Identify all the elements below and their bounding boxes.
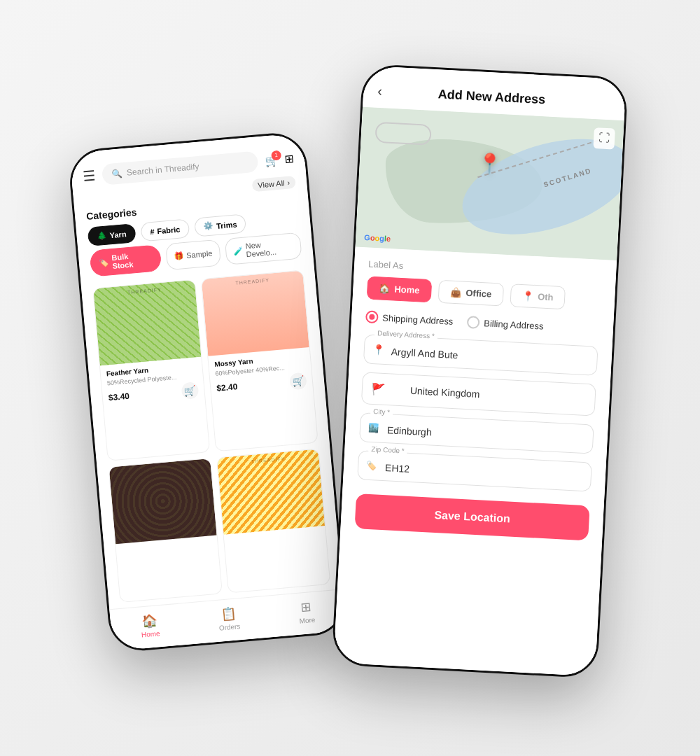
pill-fabric[interactable]: # Fabric [140, 218, 190, 241]
shipping-address-option[interactable]: Shipping Address [365, 310, 454, 328]
pill-new-develo[interactable]: 🧪 New Develo... [225, 232, 302, 265]
home-nav-icon: 🏠 [141, 612, 158, 629]
zip-icon: 🏷️ [366, 461, 377, 471]
label-home-button[interactable]: 🏠 Home [367, 276, 433, 302]
fabric-label: Fabric [157, 225, 181, 235]
home-label-icon: 🏠 [379, 283, 391, 294]
delivery-address-wrapper: Delivery Address * 📍 [363, 334, 598, 375]
chevron-right-icon: › [287, 178, 290, 187]
fabric-icon: # [150, 227, 155, 235]
newdevelo-label: New Develo... [245, 238, 294, 259]
label-buttons: 🏠 Home 👜 Office 📍 Oth [367, 276, 601, 311]
pill-trims[interactable]: ⚙️ Trims [194, 214, 246, 237]
trims-icon: ⚙️ [204, 221, 214, 231]
product-info-2: Mossy Yarn 60%Polyester 40%Rec... $2.40 … [208, 347, 313, 401]
orders-nav-label: Orders [218, 622, 240, 632]
pill-yarn[interactable]: 🌲 Yarn [88, 223, 136, 246]
shipping-label: Shipping Address [382, 312, 454, 326]
flag-icon: 🚩 [371, 382, 386, 396]
orders-nav-icon: 📋 [220, 606, 237, 623]
product-image-3 [109, 458, 217, 544]
product-price-2: $2.40 [216, 382, 238, 393]
bulk-label: Bulk Stock [111, 250, 152, 270]
expand-map-button[interactable]: ⛶ [593, 127, 615, 150]
view-all-label: View All [258, 178, 285, 189]
product-card-3[interactable] [108, 458, 223, 603]
zip-wrapper: Zip Code * 🏷️ [357, 450, 592, 491]
trims-label: Trims [216, 220, 237, 230]
yarn-icon: 🌲 [97, 231, 107, 241]
google-logo: Google [364, 233, 391, 243]
office-label-text: Office [465, 288, 492, 300]
products-grid: THREADIFY Feather Yarn 50%Recycled Polye… [81, 263, 342, 609]
billing-label: Billing Address [484, 318, 544, 331]
cart-badge: 1 [271, 150, 281, 160]
more-nav-icon: ⊞ [300, 599, 312, 615]
left-phone: ☰ 🔍 Search in Threadify 🛒 1 ⊞ View All [67, 130, 348, 653]
product-info-1: Feather Yarn 50%Recycled Polyeste... $3.… [100, 357, 205, 411]
right-phone: ‹ Add New Address SCOTLAND 📍 ⛶ Google La… [331, 64, 628, 679]
country-field[interactable]: 🚩 United Kingdom [361, 372, 596, 416]
view-all-button[interactable]: View All › [252, 176, 296, 192]
product-image-4: THREADIFY [217, 449, 325, 534]
map-container[interactable]: SCOTLAND 📍 ⛶ Google [356, 107, 624, 260]
label-other-button[interactable]: 📍 Oth [510, 284, 566, 309]
pill-bulk-stock[interactable]: 🏷️ Bulk Stock [89, 244, 161, 277]
newdevelo-icon: 🧪 [233, 246, 244, 255]
shipping-radio [365, 310, 379, 323]
search-placeholder: Search in Threadify [126, 162, 200, 178]
country-value: United Kingdom [410, 385, 480, 400]
nav-orders[interactable]: 📋 Orders [217, 606, 240, 632]
map-squiggle [374, 122, 431, 146]
nav-more[interactable]: ⊞ More [298, 599, 316, 625]
city-icon: 🏙️ [368, 423, 379, 433]
home-label-text: Home [394, 284, 420, 295]
add-cart-button-2[interactable]: 🛒 [289, 372, 307, 391]
product-image-1: THREADIFY [93, 280, 201, 365]
other-label-text: Oth [538, 291, 554, 302]
pill-sample[interactable]: 🎁 Sample [165, 239, 221, 271]
billing-address-option[interactable]: Billing Address [467, 316, 544, 332]
sample-label: Sample [186, 249, 213, 260]
zip-input[interactable] [357, 450, 592, 491]
cart-icon-wrap[interactable]: 🛒 1 [264, 153, 279, 167]
form-area: Label As 🏠 Home 👜 Office 📍 Oth [333, 246, 617, 676]
back-button[interactable]: ‹ [377, 83, 383, 99]
product-price-1: $3.40 [108, 391, 130, 403]
hamburger-icon[interactable]: ☰ [82, 167, 96, 185]
search-icon: 🔍 [111, 168, 122, 178]
delivery-address-input[interactable] [363, 334, 598, 375]
billing-radio [467, 316, 480, 329]
product-card-4[interactable]: THREADIFY [216, 448, 330, 593]
label-office-button[interactable]: 👜 Office [438, 280, 504, 307]
product-card-1[interactable]: THREADIFY Feather Yarn 50%Recycled Polye… [92, 279, 210, 461]
nav-home[interactable]: 🏠 Home [139, 612, 160, 638]
sample-icon: 🎁 [174, 251, 184, 261]
more-nav-label: More [299, 616, 316, 625]
add-cart-button-1[interactable]: 🛒 [181, 382, 199, 400]
office-label-icon: 👜 [450, 287, 462, 298]
yarn-label: Yarn [109, 230, 127, 239]
header-icons: 🛒 1 ⊞ [264, 152, 293, 168]
other-label-icon: 📍 [522, 290, 534, 302]
city-label: City * [370, 407, 393, 416]
bulk-icon: 🏷️ [99, 258, 110, 267]
home-nav-label: Home [141, 629, 160, 638]
delivery-address-icon: 📍 [372, 344, 385, 356]
qr-icon[interactable]: ⊞ [284, 152, 294, 166]
map-pin: 📍 [477, 151, 503, 176]
product-card-2[interactable]: THREADIFY Mossy Yarn 60%Polyester 40%Rec… [201, 270, 318, 451]
page-title: Add New Address [393, 85, 590, 110]
save-location-button[interactable]: Save Location [355, 493, 590, 540]
product-image-2: THREADIFY [202, 270, 309, 356]
